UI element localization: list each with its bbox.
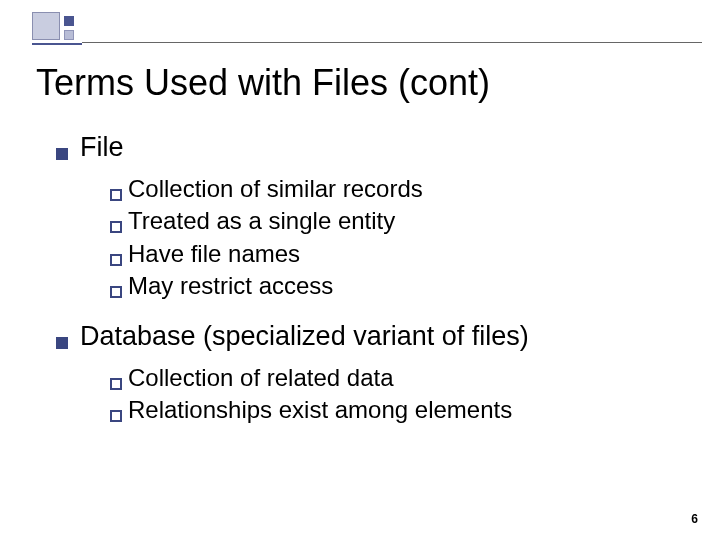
slide-title: Terms Used with Files (cont): [36, 62, 684, 104]
square-bullet-icon: [56, 148, 68, 160]
list-item: Database (specialized variant of files): [56, 321, 684, 352]
bullet-level1: File Collection of similar records Treat…: [56, 132, 684, 303]
list-item: May restrict access: [110, 270, 684, 302]
page-number: 6: [691, 512, 698, 526]
list-item: Treated as a single entity: [110, 205, 684, 237]
list-item: File: [56, 132, 684, 163]
level2-label: Collection of similar records: [128, 173, 423, 205]
deco-square-large: [32, 12, 60, 40]
level2-label: Have file names: [128, 238, 300, 270]
hollow-square-bullet-icon: [110, 221, 122, 233]
list-item: Have file names: [110, 238, 684, 270]
level2-label: Treated as a single entity: [128, 205, 395, 237]
deco-square-small-light: [64, 30, 74, 40]
level2-label: Relationships exist among elements: [128, 394, 512, 426]
deco-underline: [82, 42, 702, 43]
level2-label: May restrict access: [128, 270, 333, 302]
hollow-square-bullet-icon: [110, 189, 122, 201]
hollow-square-bullet-icon: [110, 378, 122, 390]
slide-content: Terms Used with Files (cont) File Collec…: [0, 0, 720, 426]
list-item: Collection of similar records: [110, 173, 684, 205]
hollow-square-bullet-icon: [110, 286, 122, 298]
sublist: Collection of similar records Treated as…: [110, 173, 684, 303]
level2-label: Collection of related data: [128, 362, 394, 394]
hollow-square-bullet-icon: [110, 410, 122, 422]
list-item: Collection of related data: [110, 362, 684, 394]
slide-decoration: [32, 12, 112, 47]
list-item: Relationships exist among elements: [110, 394, 684, 426]
hollow-square-bullet-icon: [110, 254, 122, 266]
sublist: Collection of related data Relationships…: [110, 362, 684, 427]
level1-label: Database (specialized variant of files): [80, 321, 529, 352]
level1-label: File: [80, 132, 124, 163]
bullet-level1: Database (specialized variant of files) …: [56, 321, 684, 427]
deco-square-small-dark: [64, 16, 74, 26]
square-bullet-icon: [56, 337, 68, 349]
deco-underline-accent: [32, 43, 82, 45]
